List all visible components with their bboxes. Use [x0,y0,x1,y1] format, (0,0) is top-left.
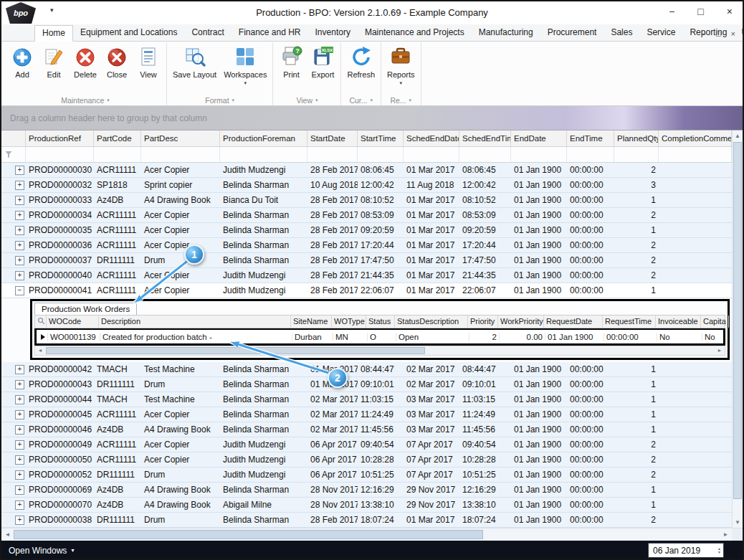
filter-cell-endtime[interactable] [567,147,614,162]
search-icon[interactable] [35,315,47,328]
detail-column-wotype[interactable]: WOType [332,315,366,328]
expand-row-icon[interactable]: + [15,455,24,465]
date-picker[interactable]: 06 Jan 2019 ▲ ▼ [648,543,724,558]
refresh-button[interactable]: Refresh [343,42,378,92]
detail-column-wocode[interactable]: WOCode [47,315,99,328]
expand-row-icon[interactable]: + [15,166,24,175]
detail-column-priority[interactable]: Priority [468,315,498,328]
tab-contract[interactable]: Contract [184,25,231,41]
ribbon-restore-icon[interactable]: □ [716,29,721,38]
horizontal-scrollbar[interactable]: ◄ ► [1,528,743,541]
expand-row-icon[interactable]: + [15,470,24,480]
expand-row-icon[interactable]: + [15,271,24,280]
tab-home[interactable]: Home [34,25,73,42]
dialog-launcher-icon[interactable]: ▾ [371,98,373,103]
table-row[interactable]: +PROD00000069Az4DBA4 Drawing BookBelinda… [1,483,732,498]
table-row[interactable]: +PROD00000038DR111111DrumBelinda Sharman… [1,513,732,528]
detail-column-sitename[interactable]: SiteName [291,315,332,328]
filter-cell-plannedqty[interactable] [614,147,659,162]
detail-scroll-thumb[interactable] [46,347,425,354]
column-header-endtime[interactable]: EndTime [567,130,614,146]
expand-row-icon[interactable]: + [15,226,24,235]
detail-column-requestdate[interactable]: RequestDate [544,315,603,328]
tab-procurement[interactable]: Procurement [540,25,604,41]
table-row[interactable]: −PROD00000041ACR11111Acer CopierJudith M… [1,283,732,298]
table-row[interactable]: +PROD00000070Az4DBA4 Drawing BookAbigail… [1,498,732,513]
column-header-plannedqty[interactable]: PlannedQty [614,130,659,146]
column-header-starttime[interactable]: StartTime [358,130,404,146]
table-row[interactable]: +PROD00000032SP1818Sprint copierBelinda … [1,178,732,193]
filter-cell-startdate[interactable] [307,147,358,162]
column-header-completioncomments[interactable]: CompletionComments [659,130,732,146]
edit-button[interactable]: Edit [38,42,70,92]
vertical-scroll-thumb[interactable] [733,142,742,499]
dialog-launcher-icon[interactable]: ▾ [107,98,110,103]
ribbon-minimize-icon[interactable]: − [701,29,705,38]
print-button[interactable]: ?Print [275,42,307,92]
minimize-icon[interactable]: − [669,6,674,17]
detail-column-description[interactable]: Description [99,315,291,328]
table-row[interactable]: +PROD00000040ACR11111Acer CopierJudith M… [1,268,732,283]
expand-row-icon[interactable]: + [15,516,24,525]
close-button[interactable]: Close [101,42,133,92]
detail-column-status[interactable]: Status [366,315,395,328]
tab-production-work-orders[interactable]: Production Work Orders [34,303,137,315]
dialog-launcher-icon[interactable]: ▾ [409,98,412,103]
table-row[interactable]: +PROD00000033Az4DBA4 Drawing BookBianca … [1,193,732,208]
column-header-schedenddate[interactable]: SchedEndDate [404,130,459,146]
tab-sales[interactable]: Sales [604,25,639,41]
column-header-partcode[interactable]: PartCode [94,130,141,146]
tab-service[interactable]: Service [639,25,682,41]
tab-inventory[interactable]: Inventory [308,25,358,41]
filter-cell-productionforeman[interactable] [220,147,307,162]
filter-cell-starttime[interactable] [358,147,404,162]
scroll-down-icon[interactable]: ▼ [733,517,743,528]
ribbon-close-icon[interactable]: × [731,29,735,38]
detail-column-statusdescription[interactable]: StatusDescription [395,315,468,328]
filter-cell-partdesc[interactable] [141,147,220,162]
table-row[interactable]: +PROD00000045ACR11111Acer CopierBelinda … [1,407,732,422]
expand-row-icon[interactable]: + [15,500,24,510]
detail-column-requesttime[interactable]: RequestTime [603,315,656,328]
column-header-schedendtime[interactable]: SchedEndTime [459,130,511,146]
detail-column-invoiceable[interactable]: Invoiceable [656,315,701,328]
expand-row-icon[interactable]: + [15,485,24,495]
expand-row-icon[interactable]: + [15,380,24,389]
column-header-enddate[interactable]: EndDate [511,130,567,146]
table-row[interactable]: +PROD00000037DR111111DrumBelinda Sharman… [1,253,732,268]
column-header-productionforeman[interactable]: ProductionForeman [220,130,307,146]
vertical-scrollbar[interactable]: ▲ ▼ [732,130,743,528]
table-row[interactable]: +PROD00000030ACR11111Acer CopierJudith M… [1,163,732,178]
tab-maintenance-and-projects[interactable]: Maintenance and Projects [358,25,472,41]
table-row[interactable]: +PROD00000042TMACHTest MachineBelinda Sh… [1,362,732,377]
detail-column-capita[interactable]: Capita [701,315,729,328]
collapse-row-icon[interactable]: − [15,286,24,295]
expand-row-icon[interactable]: + [15,196,24,205]
open-windows-button[interactable]: Open Windows ▾ [9,546,74,556]
scroll-right-icon[interactable]: ► [715,346,725,355]
expand-row-icon[interactable]: + [15,256,24,265]
maximize-icon[interactable]: □ [697,6,703,17]
expand-row-icon[interactable]: + [15,211,24,220]
dialog-launcher-icon[interactable]: ▾ [232,98,235,103]
add-button[interactable]: Add [6,42,38,92]
table-row[interactable]: +PROD00000043DR111111DrumBelinda Sharman… [1,377,732,392]
group-by-bar[interactable]: Drag a column header here to group by th… [1,106,743,130]
table-row[interactable]: +PROD00000036ACR11111Acer CopierBelinda … [1,238,732,253]
expand-row-icon[interactable]: + [15,410,24,419]
delete-button[interactable]: Delete [70,42,101,92]
detail-h-scrollbar[interactable]: ◄► [34,346,725,356]
view-button[interactable]: View [133,42,164,92]
detail-column-workpriority[interactable]: WorkPriority [498,315,544,328]
filter-cell-schedendtime[interactable] [459,147,511,162]
table-row[interactable]: +PROD00000049ACR11111Acer CopierJudith M… [1,437,732,452]
scroll-left-icon[interactable]: ◄ [2,529,13,540]
expand-row-icon[interactable]: + [15,181,24,190]
table-row[interactable]: +PROD00000050ACR11111Acer CopierJudith M… [1,452,732,468]
workspaces-button[interactable]: Workspaces▾ [220,42,270,92]
table-row[interactable]: +PROD00000035ACR11111Acer CopierBelinda … [1,223,732,238]
dialog-launcher-icon[interactable]: ▾ [315,98,318,103]
column-header-productionref[interactable]: ProductionRef [26,130,94,146]
spinner-down-icon[interactable]: ▼ [717,551,721,554]
detail-row[interactable]: WO0001139Created for production batch -D… [37,330,723,343]
